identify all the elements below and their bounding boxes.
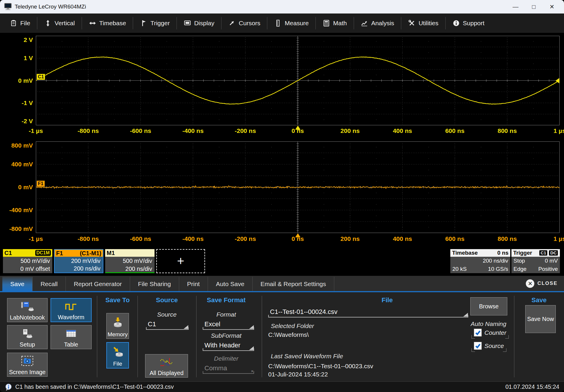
menu-item-trigger[interactable]: Trigger [133, 17, 177, 29]
close-window-button[interactable]: ✕ [543, 1, 561, 13]
menu-item-cursors[interactable]: Cursors [221, 17, 267, 29]
menu-bar: File Vertical Timebase Trigger [0, 13, 564, 33]
trigger-slope: Positive [538, 265, 558, 273]
menu-item-timebase[interactable]: Timebase [82, 17, 133, 29]
browse-button[interactable]: Browse [470, 297, 507, 315]
menu-item-vertical[interactable]: Vertical [37, 17, 82, 29]
menu-item-support[interactable]: Support [445, 17, 491, 29]
subformat-select[interactable]: With Header [203, 341, 254, 351]
trigger-summary-box[interactable]: Trigger C1 DC Stop 0 mV Edge Positive [511, 249, 560, 273]
timebase-scale: 200 ns/div [483, 257, 508, 265]
channel-descriptor-c1[interactable]: C1 DC1M 500 mV/div 0 mV offset [3, 249, 52, 273]
menu-item-analysis[interactable]: Analysis [354, 17, 401, 29]
divider [196, 296, 197, 377]
x-axis-label: 600 ns [445, 127, 464, 134]
waveform-button[interactable]: Waveform [51, 298, 92, 322]
all-displayed-button[interactable]: All Displayed [145, 354, 188, 378]
c1-waveform-grid [36, 36, 560, 125]
y-axis-label: 0 mV [0, 77, 33, 84]
table-button[interactable]: Table [51, 325, 92, 349]
add-trace-button[interactable]: + [156, 249, 205, 273]
menu-item-utilities[interactable]: Utilities [401, 17, 445, 29]
file-header: File [358, 296, 417, 304]
source-header: Source [138, 296, 196, 304]
setup-icon [21, 325, 33, 341]
y-axis-label: -1 V [0, 100, 33, 106]
minimize-button[interactable]: — [506, 1, 525, 13]
x-axis-label: 200 ns [340, 127, 360, 134]
tab-print[interactable]: Print [179, 277, 208, 291]
subformat-label: SubFormat [197, 332, 256, 339]
format-label: Format [197, 311, 256, 318]
trigger-level: 0 mV [545, 257, 558, 265]
x-axis-label: 800 ns [498, 127, 517, 134]
dropdown-arrow-icon [249, 325, 254, 329]
status-datetime: 01.07.2024 15:45:24 [505, 383, 559, 390]
trigger-level-marker[interactable] [555, 78, 559, 83]
menu-item-math[interactable]: Math [315, 17, 354, 29]
x-axis-label: -600 ns [130, 235, 151, 242]
timebase-summary-box[interactable]: Timebase 0 ns 200 ns/div 20 kS 10 GS/s [450, 249, 510, 273]
channel-descriptor-f1[interactable]: F1 (C1-M1) 200 mV/div 200 ns/div [54, 249, 103, 273]
f1-trace-badge[interactable]: F1 [36, 180, 45, 187]
vertical-arrows-icon [44, 19, 52, 27]
scope-display: C1 F1 C1 DC1M 500 mV/div 0 mV offset F1 … [0, 33, 564, 276]
x-axis-label: 0 ns [291, 127, 304, 134]
save-now-button[interactable]: Save Now [525, 305, 556, 333]
labnotebook-button[interactable]: LabNotebook [7, 298, 48, 322]
tab-recall[interactable]: Recall [33, 277, 66, 291]
delimiter-select: Comma × [203, 364, 254, 374]
tab-auto-save[interactable]: Auto Save [208, 277, 253, 291]
f1-name: F1 [56, 250, 63, 257]
maximize-button[interactable]: □ [525, 1, 543, 13]
screen-image-button[interactable]: Screen Image [7, 353, 48, 377]
save-to-memory-button[interactable]: Memory [106, 313, 129, 339]
display-icon [184, 19, 191, 27]
file-icon [10, 19, 17, 27]
source-checkbox[interactable] [474, 342, 482, 350]
last-saved-time: 01-Juli-2024 15:45:22 [268, 371, 328, 378]
y-axis-label: 1 V [0, 55, 33, 61]
timebase-samples: 20 kS [452, 265, 467, 273]
chart-icon [361, 19, 368, 27]
status-message: C1 has been saved in C:\Waveforms\C1--Te… [15, 383, 174, 390]
dialog-close-button[interactable]: ✕ CLOSE [526, 276, 564, 291]
timebase-samplerate: 10 GS/s [488, 265, 508, 273]
divider [137, 296, 138, 377]
tab-email-report-settings[interactable]: Email & Report Settings [253, 277, 334, 291]
save-format-header: Save Format [197, 296, 256, 304]
menu-item-file[interactable]: File [3, 17, 37, 29]
trigger-type: Edge [513, 265, 526, 273]
x-axis-label: 1 µs [553, 235, 564, 242]
menu-item-measure[interactable]: Measure [267, 17, 315, 29]
y-axis-label: 800 mV [0, 142, 33, 149]
format-select[interactable]: Excel [203, 320, 254, 330]
file-save-icon [112, 343, 124, 361]
dropdown-arrow-icon [249, 346, 254, 350]
c1-trace-badge[interactable]: C1 [36, 74, 45, 80]
tab-save[interactable]: Save [2, 277, 33, 291]
x-axis-label: -200 ns [235, 235, 256, 242]
channel-descriptor-m1[interactable]: M1 500 mV/div 200 ns/div [105, 249, 155, 273]
y-axis-label: -400 mV [0, 207, 33, 213]
auto-naming-label: Auto Naming [467, 320, 510, 327]
source-select[interactable]: C1 [146, 320, 189, 330]
source-checkbox-row[interactable]: Source [474, 342, 504, 350]
memory-icon [112, 313, 124, 331]
x-axis-label: -800 ns [78, 235, 99, 242]
trigger-title: Trigger [513, 250, 532, 256]
save-to-file-button[interactable]: File [106, 342, 129, 369]
filename-input[interactable]: C1--Test-01--00024.csv [268, 307, 468, 317]
m1-scale: 500 mV/div [105, 257, 152, 265]
f1-scale: 200 mV/div [55, 257, 100, 265]
y-axis-label: 2 V [0, 37, 33, 43]
menu-item-display[interactable]: Display [177, 17, 221, 29]
check-icon [475, 330, 481, 336]
setup-button[interactable]: Setup [7, 325, 48, 349]
x-axis-label: -1 µs [29, 235, 43, 242]
counter-checkbox-row[interactable]: Counter [474, 329, 506, 337]
tab-file-sharing[interactable]: File Sharing [130, 277, 179, 291]
tab-report-generator[interactable]: Report Generator [66, 277, 130, 291]
counter-checkbox[interactable] [474, 329, 482, 337]
dropdown-arrow-icon [184, 325, 188, 329]
